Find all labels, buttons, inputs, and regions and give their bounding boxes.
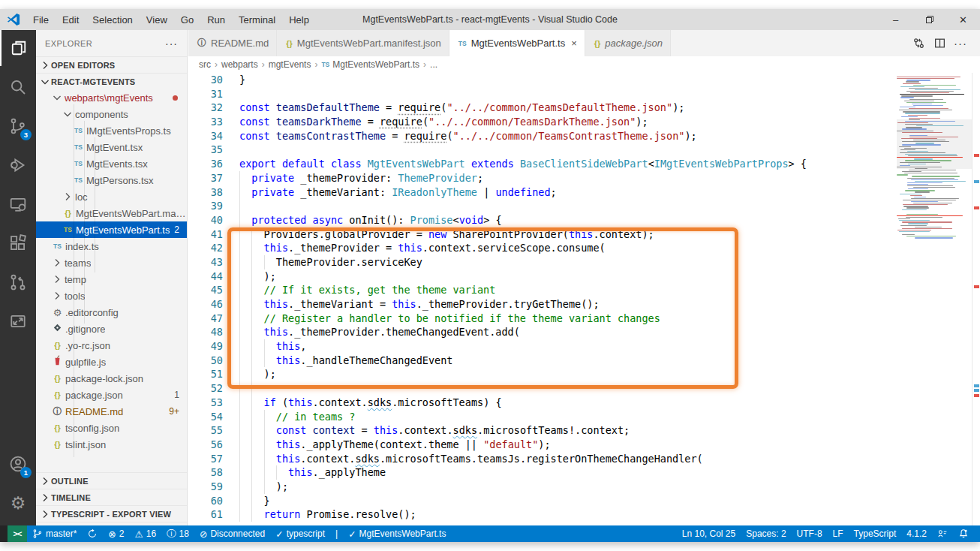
status-disconnected[interactable]: ⊘Disconnected — [194, 525, 270, 542]
breadcrumb-mgteventswebpart-ts[interactable]: ›TSMgtEventsWebPart.ts — [311, 59, 419, 70]
file--yo-rc-json[interactable]: {}.yo-rc.json — [36, 337, 187, 354]
file-gulpfile-js[interactable]: gulpfile.js — [36, 354, 187, 370]
tab-mgteventswebpart-manifest-json[interactable]: {}MgtEventsWebPart.manifest.json — [277, 30, 449, 56]
menu-go[interactable]: Go — [174, 9, 200, 30]
section-outline[interactable]: OUTLINE — [36, 472, 187, 489]
item-label: temp — [65, 274, 86, 285]
status-sync[interactable] — [82, 525, 103, 542]
close-tab-icon[interactable]: × — [571, 38, 577, 49]
minimap-code-line — [900, 152, 945, 153]
source-control-activity-icon[interactable]: 3 — [0, 108, 36, 144]
minimap-code-line — [909, 135, 927, 136]
tab-mgteventswebpart-ts[interactable]: TSMgtEventsWebPart.ts× — [449, 30, 585, 56]
file-index-ts[interactable]: TSindex.ts — [36, 238, 187, 254]
status-4-1-2[interactable]: 4.1.2 — [901, 525, 932, 542]
search-activity-icon[interactable] — [0, 69, 36, 105]
menu-edit[interactable]: Edit — [56, 9, 86, 30]
explorer-activity-icon[interactable] — [0, 30, 36, 66]
file-mgtpersons-tsx[interactable]: TSMgtPersons.tsx — [36, 172, 187, 188]
settings-activity-icon[interactable]: ⚙ — [0, 485, 36, 521]
file-imgteventsprops-ts[interactable]: TSIMgtEventsProps.ts — [36, 122, 187, 139]
folder-teams[interactable]: teams — [36, 254, 187, 271]
status-18[interactable]: ⓘ18 — [161, 525, 194, 542]
menu-run[interactable]: Run — [200, 9, 232, 30]
more-actions-icon[interactable]: ··· — [950, 37, 971, 50]
folder-tools[interactable]: tools — [36, 288, 187, 304]
status-ln-10-col-25[interactable]: Ln 10, Col 25 — [677, 525, 741, 542]
file--editorconfig[interactable]: ⚙.editorconfig — [36, 304, 187, 321]
status-2[interactable]: ⊗2 — [103, 525, 129, 542]
split-editor-icon[interactable] — [929, 37, 950, 50]
file-package-lock-json[interactable]: {}package-lock.json — [36, 370, 187, 387]
line-number: 41 — [188, 227, 223, 242]
file-mgteventswebpart-manif-[interactable]: {}MgtEventsWebPart.manif... — [36, 205, 187, 221]
file-mgtevent-tsx[interactable]: TSMgtEvent.tsx — [36, 139, 187, 155]
section-timeline[interactable]: TIMELINE — [36, 489, 187, 505]
minimap[interactable] — [897, 73, 972, 525]
breadcrumb-src[interactable]: src — [199, 59, 211, 70]
file-mgteventswebpart-ts[interactable]: TSMgtEventsWebPart.ts2 — [36, 221, 187, 238]
menu-help[interactable]: Help — [282, 9, 316, 30]
code-editor[interactable]: 30}3132const teamsDefaultTheme = require… — [188, 73, 980, 525]
remote-explorer-activity-icon[interactable] — [0, 186, 36, 222]
file-tslint-json[interactable]: {}tslint.json — [36, 436, 187, 453]
status-16[interactable]: ⚠16 — [130, 525, 162, 542]
line-number: 57 — [188, 452, 223, 466]
menu-file[interactable]: File — [26, 9, 56, 30]
line-number: 53 — [188, 396, 223, 410]
file-mgtevents-tsx[interactable]: TSMgtEvents.tsx — [36, 155, 187, 172]
status-feedback[interactable] — [932, 525, 953, 542]
file-tsconfig-json[interactable]: {}tsconfig.json — [36, 420, 187, 436]
restore-button[interactable] — [912, 9, 946, 30]
breadcrumb--[interactable]: ›... — [419, 59, 437, 70]
accounts-activity-icon[interactable]: 1 — [0, 446, 36, 482]
minimap-code-line — [905, 121, 955, 122]
remote-indicator[interactable]: >< — [8, 525, 27, 542]
tab-readme-md[interactable]: ⓘREADME.md — [188, 30, 277, 56]
menu-selection[interactable]: Selection — [86, 9, 139, 30]
status-spaces-2[interactable]: Spaces: 2 — [741, 525, 791, 542]
github-pull-requests-activity-icon[interactable] — [0, 264, 36, 300]
status-master[interactable]: master* — [27, 525, 82, 542]
file-readme-md[interactable]: ⓘREADME.md9+ — [36, 403, 187, 420]
chevron-right-icon — [39, 508, 51, 520]
json-file-icon: {} — [286, 39, 293, 48]
folder-temp[interactable]: temp — [36, 271, 187, 288]
open-changes-icon[interactable] — [908, 37, 929, 50]
indent-guide — [239, 269, 240, 284]
indent-guide — [264, 255, 265, 269]
breadcrumb-mgtevents[interactable]: ›mgtEvents — [258, 59, 311, 70]
status-lf[interactable]: LF — [828, 525, 849, 542]
status-bell[interactable] — [953, 525, 974, 542]
menu-view[interactable]: View — [140, 9, 174, 30]
status-utf-8[interactable]: UTF-8 — [792, 525, 828, 542]
file-package-json[interactable]: {}package.json1 — [36, 387, 187, 403]
section-root-folder[interactable]: REACT-MGTEVENTS — [36, 73, 187, 89]
live-share-activity-icon[interactable] — [0, 303, 36, 339]
file--gitignore[interactable]: .gitignore — [36, 321, 187, 337]
extensions-activity-icon[interactable] — [0, 225, 36, 261]
folder-components[interactable]: components — [36, 106, 187, 122]
close-button[interactable]: ✕ — [946, 9, 980, 30]
breadcrumb[interactable]: src›webparts›mgtEvents›TSMgtEventsWebPar… — [188, 56, 980, 73]
line-number: 52 — [188, 381, 223, 396]
indent-guide — [276, 465, 277, 480]
overview-ruler-scrollbar[interactable] — [972, 73, 980, 525]
status-mgteventswebpart-ts[interactable]: ✓MgtEventsWebPart.ts — [343, 525, 451, 542]
section-typescript-export-view[interactable]: TYPESCRIPT - EXPORT VIEW — [36, 505, 187, 522]
minimize-button[interactable]: – — [879, 9, 912, 30]
folder-loc[interactable]: loc — [36, 188, 187, 205]
code-line-54: 54// in teams ? — [188, 410, 980, 424]
section-open-editors[interactable]: OPEN EDITORS — [36, 56, 187, 73]
folder-webparts-mgtevents[interactable]: webparts\mgtEvents — [36, 89, 187, 106]
line-number: 48 — [188, 325, 223, 339]
run-debug-activity-icon[interactable] — [0, 147, 36, 183]
status-typescript[interactable]: TypeScript — [849, 525, 902, 542]
breadcrumb-webparts[interactable]: ›webparts — [211, 59, 258, 70]
status-typescript[interactable]: ✓typescript — [270, 525, 330, 542]
tab-package-json[interactable]: {}package.json — [585, 30, 671, 56]
tree-indent-guide — [84, 121, 85, 324]
explorer-more-actions[interactable]: ··· — [165, 38, 178, 50]
menu-terminal[interactable]: Terminal — [232, 9, 282, 30]
code-line-47: 47// Register a handler to be notified i… — [188, 312, 980, 326]
